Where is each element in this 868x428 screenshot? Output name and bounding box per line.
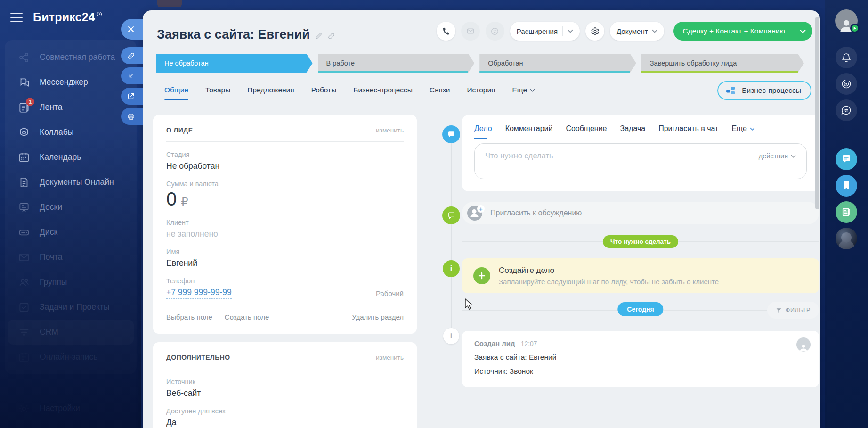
sidebar-item-documents[interactable]: Документы Онлайн xyxy=(8,170,134,195)
sidebar-item-settings[interactable]: Настройки xyxy=(8,396,134,421)
business-processes-button[interactable]: Бизнес-процессы xyxy=(717,81,811,100)
sidebar-item-collaboration[interactable]: Совместная работа xyxy=(8,45,134,70)
tab-history[interactable]: История xyxy=(467,86,495,100)
sidebar-item-crm[interactable]: CRM xyxy=(8,320,134,345)
edit-section-link[interactable]: изменить xyxy=(376,354,404,361)
timeline-line xyxy=(451,143,452,337)
phone-link[interactable]: +7 999 999-99-99 xyxy=(166,288,232,299)
sidebar-item-mail[interactable]: Почта xyxy=(8,245,134,270)
create-field-link[interactable]: Создать поле xyxy=(225,313,269,322)
support-button[interactable] xyxy=(836,73,857,95)
new-activity-panel: Дело Комментарий Сообщение Задача Пригла… xyxy=(462,115,819,191)
select-field-link[interactable]: Выбрать поле xyxy=(166,313,212,322)
sidebar-item-calendar[interactable]: Календарь xyxy=(8,145,134,170)
actions-dropdown[interactable]: действия xyxy=(759,152,796,160)
chat-button[interactable] xyxy=(836,148,857,170)
sidebar-item-feed[interactable]: 1 Лента xyxy=(8,95,134,120)
timeline-rail: i i xyxy=(437,115,457,428)
detail-tabs: Общие Товары Предложения Роботы Бизнес-п… xyxy=(164,86,535,100)
document-dropdown[interactable]: Документ xyxy=(610,22,664,41)
section-divider xyxy=(166,141,404,142)
todo-divider: Что нужно сделать xyxy=(462,235,819,249)
entry-author-avatar[interactable] xyxy=(796,337,811,352)
sidebar-item-label: Настройки xyxy=(40,403,80,413)
divider xyxy=(562,26,563,36)
extensions-label: Расширения xyxy=(517,27,558,35)
invite-discussion-row[interactable]: + Пригласить к обсуждению xyxy=(462,202,819,224)
name-field-value[interactable]: Евгений xyxy=(166,258,404,268)
tab-general[interactable]: Общие xyxy=(164,86,188,100)
sidebar-item-messenger[interactable]: Мессенджер xyxy=(8,70,134,95)
edit-section-link[interactable]: изменить xyxy=(376,127,404,134)
stage-finish[interactable]: Завершить обработку лида xyxy=(641,54,804,73)
convert-lead-button[interactable]: Сделку + Контакт + Компанию xyxy=(673,22,812,41)
open-lines-button[interactable] xyxy=(836,99,857,121)
tab-activity[interactable]: Дело xyxy=(474,124,492,139)
close-slider-button[interactable] xyxy=(121,19,143,40)
hamburger-menu-icon[interactable] xyxy=(10,13,23,22)
card-scrollbar[interactable] xyxy=(815,17,819,209)
notifications-button[interactable] xyxy=(836,47,857,68)
stage-in-progress[interactable]: В работе xyxy=(318,54,475,73)
convert-lead-label: Сделку + Контакт + Компанию xyxy=(683,27,785,35)
tab-robots[interactable]: Роботы xyxy=(311,86,337,100)
copy-link-button[interactable] xyxy=(121,47,143,64)
print-button[interactable] xyxy=(121,108,143,125)
todo-input[interactable] xyxy=(485,151,759,160)
chevron-down-icon xyxy=(791,155,796,158)
settings-button[interactable] xyxy=(585,22,604,41)
minimize-button[interactable] xyxy=(121,67,143,84)
amount-field-value[interactable]: 0 ₽ xyxy=(166,189,404,210)
extensions-dropdown[interactable]: Расширения xyxy=(510,22,580,41)
tab-comment[interactable]: Комментарий xyxy=(505,124,553,139)
link-title-icon[interactable] xyxy=(327,32,335,40)
chevron-down-icon[interactable] xyxy=(795,29,811,33)
tab-products[interactable]: Товары xyxy=(205,86,230,100)
sidebar-item-label: Онлайн-запись xyxy=(40,352,97,362)
chevron-down-icon xyxy=(652,29,657,33)
user-avatar[interactable] xyxy=(835,9,858,32)
tab-business-processes[interactable]: Бизнес-процессы xyxy=(353,86,413,100)
logo-text: Битрикс24 xyxy=(33,10,95,24)
sidebar-item-tasks[interactable]: Задачи и Проекты xyxy=(8,295,134,320)
open-new-window-button[interactable] xyxy=(121,88,143,105)
tab-links[interactable]: Связи xyxy=(430,86,450,100)
tab-more[interactable]: Еще xyxy=(512,86,535,100)
sidebar-item-online-booking[interactable]: Онлайн-запись xyxy=(8,345,134,370)
tab-invite-chat[interactable]: Пригласить в чат xyxy=(658,124,718,139)
sidebar-item-groups[interactable]: Группы xyxy=(8,270,134,295)
tab-more-activity[interactable]: Еще xyxy=(731,124,755,139)
access-field-value[interactable]: Да xyxy=(166,418,404,428)
sidebar-item-boards[interactable]: Доски xyxy=(8,195,134,220)
sidebar: Битрикс24 Совместная работа Мессенджер 1… xyxy=(0,0,141,428)
client-field-value[interactable]: не заполнено xyxy=(166,229,404,239)
sidebar-item-disk[interactable]: Диск xyxy=(8,220,134,245)
tab-task[interactable]: Задача xyxy=(620,124,645,139)
news-button[interactable] xyxy=(836,201,857,223)
source-field-value[interactable]: Веб-сайт xyxy=(166,388,404,398)
sidebar-item-collabs[interactable]: Коллабы xyxy=(8,120,134,145)
todo-badge[interactable]: Что нужно сделать xyxy=(603,235,678,248)
tab-message[interactable]: Сообщение xyxy=(566,124,607,139)
delete-section-link[interactable]: Удалить раздел xyxy=(352,313,404,322)
bookmark-button[interactable] xyxy=(836,175,857,197)
stage-field-value[interactable]: Не обработан xyxy=(166,161,404,171)
bitrix24-logo[interactable]: Битрикс24 xyxy=(33,10,102,24)
filter-button[interactable]: ФИЛЬТР xyxy=(767,302,819,319)
timeline-entry-lead-created[interactable]: Создан лид 12:07 Заявка с сайта: Евгений… xyxy=(462,331,819,387)
stage-not-processed[interactable]: Не обработан xyxy=(156,54,313,73)
tab-quotes[interactable]: Предложения xyxy=(247,86,294,100)
info-icon-green: i xyxy=(443,260,460,277)
timeline-content: Дело Комментарий Сообщение Задача Пригла… xyxy=(462,115,819,387)
edit-title-icon[interactable] xyxy=(315,32,323,40)
stage-label: Завершить обработку лида xyxy=(650,59,737,67)
stage-processed[interactable]: Обработан xyxy=(479,54,636,73)
contact-avatar[interactable] xyxy=(836,228,857,249)
add-activity-button[interactable] xyxy=(473,267,490,284)
chevron-down-icon xyxy=(750,127,755,131)
sidebar-item-label: Совместная работа xyxy=(40,52,115,62)
additional-panel: ДОПОЛНИТЕЛЬНО изменить Источник Веб-сайт… xyxy=(153,342,417,428)
rail-divider xyxy=(834,39,859,39)
call-button[interactable] xyxy=(437,22,455,41)
sidebar-item-label: Документы Онлайн xyxy=(40,177,114,187)
